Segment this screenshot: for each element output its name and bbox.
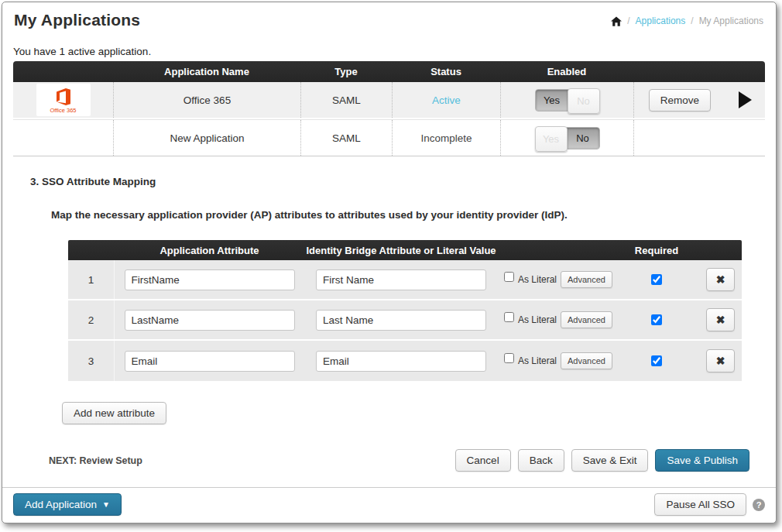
pause-all-sso-button[interactable]: Pause All SSO [654,493,746,516]
toggle-yes-label[interactable]: Yes [536,90,568,111]
table-row-office-365: Office 365 Office 365 SAML Active Yes No… [13,82,765,119]
page-title: My Applications [14,11,140,29]
application-attribute-cell [115,300,304,339]
required-checkbox[interactable] [651,355,662,366]
add-new-attribute-button[interactable]: Add new attribute [62,402,166,424]
application-status-cell: Incomplete [392,120,500,156]
save-exit-button[interactable]: Save & Exit [571,449,649,472]
remove-button[interactable]: Remove [649,89,711,112]
expand-cell-empty [725,120,765,156]
header-application-name: Application Name [113,66,300,77]
row-number: 2 [68,300,115,339]
save-publish-button[interactable]: Save & Publish [655,449,749,472]
advanced-button[interactable]: Advanced [561,311,612,328]
application-status-cell: Active [392,82,500,118]
identity-bridge-attribute-input[interactable] [316,310,486,331]
mapping-table-header: Application Attribute Identity Bridge At… [68,240,742,260]
enabled-cell: Yes No [500,120,633,156]
sso-attribute-mapping-heading: 3. SSO Attribute Mapping [30,176,776,187]
remove-attribute-button[interactable]: ✖ [706,268,735,291]
as-literal-cell: As Literal Advanced [498,300,614,339]
enabled-toggle-office-365[interactable]: Yes No [535,89,600,112]
enabled-toggle-new-application[interactable]: Yes No [535,127,600,149]
as-literal-label: As Literal [518,274,557,285]
application-attribute-cell [115,260,304,299]
remove-attribute-cell: ✖ [699,260,742,299]
toggle-yes-label[interactable]: Yes [535,126,568,152]
back-button[interactable]: Back [518,449,564,472]
application-attribute-cell [115,341,304,381]
enabled-cell: Yes No [500,82,633,118]
advanced-button[interactable]: Advanced [561,271,612,288]
row-number: 3 [68,341,115,381]
active-application-count: You have 1 active application. [13,46,776,57]
application-type-cell: SAML [300,82,392,118]
mapping-row-2: 2 As Literal Advanced ✖ [68,300,742,341]
page-footer: Add Application ▼ Pause All SSO ? [2,487,776,523]
footer-right: Pause All SSO ? [654,493,765,516]
office-365-logo: Office 365 [36,84,91,116]
required-cell [614,341,699,381]
my-applications-page: My Applications / Applications / My Appl… [2,2,777,523]
remove-cell: Remove [633,82,725,118]
breadcrumb: / Applications / My Applications [611,15,763,26]
identity-bridge-attribute-input[interactable] [316,269,486,290]
row-number: 1 [68,260,115,299]
expand-arrow-icon[interactable] [739,91,752,108]
mapping-instruction: Map the necessary application provider (… [51,209,776,221]
logo-cell-empty [13,120,113,156]
remove-cell-empty [633,120,725,156]
toggle-no-label[interactable]: No [567,128,599,149]
applications-table: Application Name Type Status Enabled Off… [13,61,765,156]
as-literal-label: As Literal [518,355,557,366]
remove-attribute-button[interactable]: ✖ [706,308,735,331]
breadcrumb-separator: / [691,15,693,26]
chevron-down-icon: ▼ [102,500,110,509]
application-attribute-input[interactable] [125,351,295,372]
table-row-new-application: New Application SAML Incomplete Yes No [13,119,765,156]
as-literal-checkbox[interactable] [504,272,514,282]
remove-attribute-button[interactable]: ✖ [706,349,735,372]
breadcrumb-separator: / [627,15,629,26]
header-enabled: Enabled [500,66,633,77]
application-attribute-input[interactable] [125,310,295,331]
add-application-button[interactable]: Add Application ▼ [13,493,122,516]
expand-cell [725,82,765,118]
header-required: Required [614,245,699,256]
wizard-buttons: Cancel Back Save & Exit Save & Publish [455,449,749,472]
identity-bridge-attribute-cell [304,300,498,339]
required-cell [614,260,699,299]
as-literal-checkbox[interactable] [504,312,514,322]
help-icon[interactable]: ? [753,499,765,511]
header-type: Type [300,66,392,77]
application-name-cell: Office 365 [113,82,300,118]
home-icon[interactable] [611,16,622,26]
as-literal-label: As Literal [518,314,557,325]
as-literal-checkbox[interactable] [504,353,514,363]
identity-bridge-attribute-input[interactable] [316,351,486,372]
office-365-logo-caption: Office 365 [50,108,76,114]
as-literal-cell: As Literal Advanced [498,260,614,299]
mapping-row-3: 3 As Literal Advanced ✖ [68,341,742,381]
required-checkbox[interactable] [651,274,662,285]
application-attribute-input[interactable] [125,269,295,290]
wizard-actions-row: NEXT: Review Setup Cancel Back Save & Ex… [49,449,749,472]
header-status: Status [392,66,500,77]
breadcrumb-link-applications[interactable]: Applications [636,15,686,26]
breadcrumb-current: My Applications [699,15,763,26]
attribute-mapping-table: Application Attribute Identity Bridge At… [68,240,742,381]
application-name-cell: New Application [113,120,300,156]
as-literal-cell: As Literal Advanced [498,341,614,381]
page-header: My Applications / Applications / My Appl… [2,2,776,29]
add-attribute-wrap: Add new attribute [62,402,776,424]
cancel-button[interactable]: Cancel [455,449,511,472]
office-365-icon [53,87,74,107]
identity-bridge-attribute-cell [304,260,498,299]
required-cell [614,300,699,339]
applications-table-header: Application Name Type Status Enabled [13,61,765,82]
toggle-no-label[interactable]: No [568,88,600,114]
required-checkbox[interactable] [651,314,662,325]
mapping-row-1: 1 As Literal Advanced ✖ [68,260,742,300]
remove-attribute-cell: ✖ [699,300,742,339]
advanced-button[interactable]: Advanced [561,352,612,369]
